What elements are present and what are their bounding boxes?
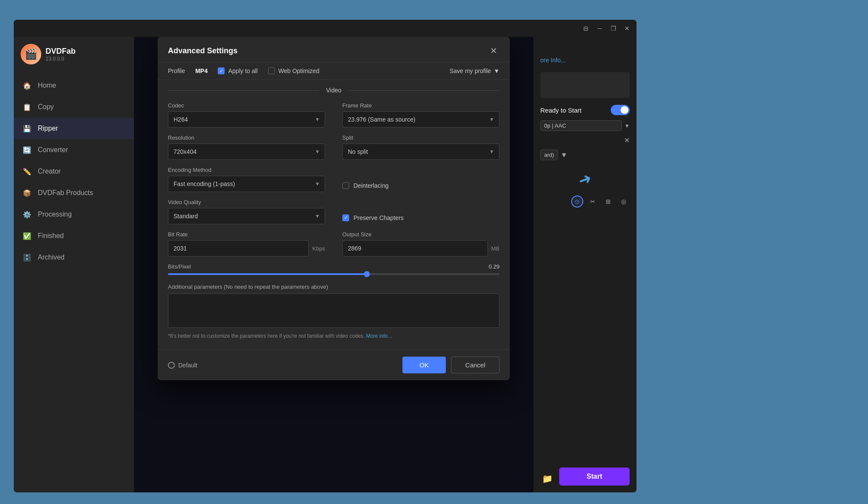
tool-icons-row: ⊙ ✂ ⊞ ◎ (540, 195, 630, 208)
panel-close-button[interactable]: ✕ (624, 136, 630, 144)
resolution-field: Resolution 720x404 ▼ (168, 134, 325, 160)
bits-pixel-value: 0.29 (489, 263, 499, 270)
encoding-method-select[interactable]: Fast encoding (1-pass) (168, 176, 325, 192)
output-size-field: Output Size MB (342, 231, 499, 257)
footer-buttons: OK Cancel (402, 357, 499, 373)
bit-rate-input-row: Kbps (168, 240, 325, 257)
maximize-button[interactable]: ❐ (609, 24, 618, 33)
sidebar-item-label-ripper: Ripper (38, 125, 58, 132)
dialog-close-button[interactable]: ✕ (487, 45, 499, 57)
bits-pixel-slider[interactable] (168, 273, 499, 275)
frame-rate-select-wrapper: 23.976 (Same as source) ▼ (342, 111, 499, 128)
more-info-link[interactable]: More info... (366, 333, 392, 339)
sidebar-item-home[interactable]: 🏠 Home (14, 75, 134, 96)
app-version: 13.0.0.0 (46, 56, 76, 62)
sidebar-item-ripper[interactable]: 💾 Ripper (14, 118, 134, 139)
preserve-chapters-row: ✓ Preserve Chapters (342, 199, 499, 224)
sidebar-item-finished[interactable]: ✅ Finished (14, 225, 134, 247)
web-optimized-row: Web Optimized (268, 67, 319, 74)
codec-field: Codec H264 ▼ (168, 102, 325, 128)
apply-to-all-checkbox[interactable]: ✓ (218, 67, 225, 74)
audio-track-row: 0p | AAC ▼ (540, 120, 630, 131)
app-body: 🎬 DVDFab 13.0.0.0 🏠 Home 📋 Copy 💾 Ripper… (14, 37, 637, 492)
output-size-input[interactable] (342, 240, 488, 257)
web-optimized-checkbox[interactable] (268, 67, 275, 74)
additional-params-section: Additional parameters (No need to repeat… (168, 284, 499, 339)
video-section-divider: Video (168, 87, 499, 94)
additional-params-textarea[interactable] (168, 293, 499, 328)
divider-left (168, 90, 319, 91)
sidebar-item-label-copy: Copy (38, 103, 54, 111)
default-button[interactable]: Default (168, 362, 197, 369)
deinterlacing-label: Deinterlacing (353, 182, 389, 189)
copy-icon: 📋 (22, 102, 32, 112)
folder-button[interactable]: 📁 (540, 472, 554, 486)
resolution-select[interactable]: 720x404 (168, 144, 325, 160)
video-quality-field: Video Quality Standard ▼ (168, 199, 325, 224)
frame-rate-label: Frame Rate (342, 102, 499, 109)
resolution-select-wrapper: 720x404 ▼ (168, 144, 325, 160)
video-quality-select[interactable]: Standard (168, 208, 325, 224)
split-select[interactable]: No split (342, 144, 499, 160)
sidebar-item-copy[interactable]: 📋 Copy (14, 96, 134, 118)
audio-track-select[interactable]: 0p | AAC (540, 120, 622, 131)
sidebar-item-processing[interactable]: ⚙️ Processing (14, 204, 134, 225)
bit-rate-field: Bit Rate Kbps (168, 231, 325, 257)
preview-box (540, 72, 630, 98)
cancel-button[interactable]: Cancel (451, 357, 499, 373)
frame-rate-select[interactable]: 23.976 (Same as source) (342, 111, 499, 128)
dialog-title: Advanced Settings (168, 46, 238, 55)
archived-icon: 🗄️ (22, 253, 32, 262)
minimize-button[interactable]: ─ (595, 24, 604, 33)
right-panel: ore Info... Ready to Start 0p | AAC ▼ ✕ … (533, 37, 637, 492)
more-info-link-panel[interactable]: ore Info... (540, 57, 630, 64)
profile-value: MP4 (195, 67, 208, 74)
clip-tool-button[interactable]: ✂ (587, 195, 599, 208)
sidebar-item-label-dvdfab: DVDFab Products (38, 189, 93, 197)
sidebar-item-dvdfab-products[interactable]: 📦 DVDFab Products (14, 182, 134, 204)
apply-to-all-label: Apply to all (228, 67, 257, 74)
ok-button[interactable]: OK (402, 357, 446, 373)
sidebar-item-archived[interactable]: 🗄️ Archived (14, 247, 134, 268)
radio-icon (168, 362, 175, 369)
sidebar-logo: 🎬 DVDFab 13.0.0.0 (14, 44, 134, 75)
title-bar: ⊟ ─ ❐ ✕ (14, 20, 637, 37)
bits-pixel-slider-thumb[interactable] (364, 271, 370, 277)
web-optimized-label: Web Optimized (278, 67, 319, 74)
record-tool-button[interactable]: ⊙ (571, 195, 583, 208)
dialog-toolbar: Profile MP4 ✓ Apply to all Web Optimized… (158, 62, 510, 80)
codec-select[interactable]: H264 (168, 111, 325, 128)
taskbar-icon[interactable]: ⊟ (582, 24, 590, 33)
bottom-row: 📁 Start (540, 467, 630, 486)
frame-rate-field: Frame Rate 23.976 (Same as source) ▼ (342, 102, 499, 128)
processing-icon: ⚙️ (22, 210, 32, 219)
output-size-label: Output Size (342, 231, 499, 238)
quality-select[interactable]: ard) (540, 150, 558, 160)
codec-label: Codec (168, 102, 325, 109)
save-profile-chevron: ▼ (493, 67, 499, 74)
sidebar-item-converter[interactable]: 🔄 Converter (14, 139, 134, 161)
sidebar-item-creator[interactable]: ✏️ Creator (14, 161, 134, 182)
output-size-input-row: MB (342, 240, 499, 257)
dialog-body: Video Codec H264 (158, 80, 510, 349)
default-label: Default (178, 362, 197, 369)
dialog-header: Advanced Settings ✕ (158, 37, 510, 62)
ready-to-start-toggle[interactable] (611, 105, 630, 115)
deinterlacing-checkbox[interactable] (342, 182, 349, 189)
start-button[interactable]: Start (559, 467, 630, 486)
bits-pixel-section: Bits/Pixel 0.29 (168, 263, 499, 275)
close-button[interactable]: ✕ (623, 24, 631, 33)
encoding-method-field: Encoding Method Fast encoding (1-pass) ▼ (168, 167, 325, 192)
bit-rate-input[interactable] (168, 240, 309, 257)
deinterlacing-row: Deinterlacing (342, 167, 499, 192)
bits-pixel-slider-fill (168, 273, 367, 275)
warning-text: *It's better not to customize the parame… (168, 333, 499, 339)
split-field: Split No split ▼ (342, 134, 499, 160)
ready-to-start-row: Ready to Start (540, 105, 630, 115)
split-label: Split (342, 134, 499, 141)
preserve-chapters-checkbox[interactable]: ✓ (342, 214, 349, 221)
sidebar-item-label-processing: Processing (38, 211, 72, 218)
target-tool-button[interactable]: ◎ (618, 195, 630, 208)
save-profile-button[interactable]: Save my profile ▼ (450, 67, 499, 74)
grid-tool-button[interactable]: ⊞ (602, 195, 614, 208)
